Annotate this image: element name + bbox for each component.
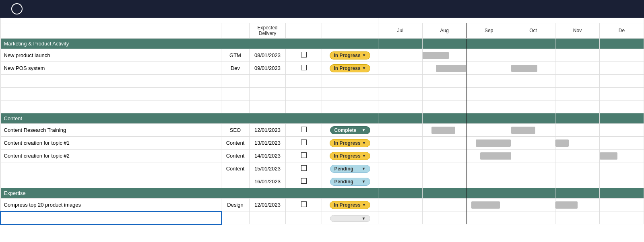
gantt-cell-col1 (423, 75, 467, 88)
status-cell-0-3[interactable] (322, 88, 378, 100)
gantt-cell-col2-1-3 (467, 162, 511, 175)
status-badge-pending[interactable]: Pending▼ (330, 178, 370, 186)
gantt-cell-col2-0-4 (467, 100, 511, 113)
task-cell-0-0: New product launch (0, 49, 221, 62)
dep-checkbox[interactable] (301, 165, 307, 171)
dep-cell-2-1[interactable] (286, 211, 322, 224)
dep-cell-0-3[interactable] (286, 88, 322, 100)
gantt-cell-col1 (423, 88, 467, 100)
status-cell-1-2[interactable]: In Progress▼ (322, 150, 378, 162)
status-badge-inprogress[interactable]: In Progress▼ (330, 139, 371, 147)
task-cell-1-3 (0, 162, 221, 175)
dep-cell-1-2[interactable] (286, 150, 322, 162)
gantt-cell-col3 (511, 124, 555, 137)
gantt-cell-col3 (511, 211, 555, 224)
gantt-cell-col4 (555, 150, 600, 162)
status-badge-inprogress[interactable]: In Progress▼ (330, 152, 371, 160)
owner-cell-2-0: Design (221, 199, 250, 211)
data-row-0-0: New product launch GTM 08/01/2023 In Pro… (0, 49, 644, 62)
owner-cell-1-4 (221, 175, 250, 188)
owner-cell-1-2: Content (221, 150, 250, 162)
gantt-cell-col5 (600, 175, 644, 188)
task-cell-2-1[interactable] (0, 211, 221, 224)
gantt-cell-col5 (600, 62, 644, 75)
gantt-cell-col4 (555, 175, 600, 188)
dep-cell-2-0[interactable] (286, 199, 322, 211)
data-row-0-3 (0, 88, 644, 100)
gantt-cell-col1 (423, 162, 467, 175)
status-badge-empty[interactable]: ▼ (330, 215, 370, 222)
gantt-cell-col2-0-3 (467, 88, 511, 100)
gantt-cell-col0 (378, 199, 423, 211)
header-logo (11, 3, 23, 14)
dep-cell-0-0[interactable] (286, 49, 322, 62)
data-row-2-0: Compress top 20 product images Design 12… (0, 199, 644, 211)
gantt-cell-col4 (555, 124, 600, 137)
task-cell-0-2 (0, 75, 221, 88)
gantt-cell-col1 (423, 49, 467, 62)
section-gantt-jul-1 (378, 113, 423, 124)
section-gantt-oct-1 (511, 113, 555, 124)
status-cell-0-1[interactable]: In Progress▼ (322, 62, 378, 75)
section-row-1: Content (0, 113, 644, 124)
gantt-cell-col0 (378, 175, 423, 188)
status-badge-pending[interactable]: Pending▼ (330, 165, 370, 173)
gantt-cell-col4 (555, 199, 600, 211)
delivery-cell-0-2 (250, 75, 286, 88)
gantt-cell-col0 (378, 150, 423, 162)
dep-checkbox[interactable] (301, 127, 307, 132)
gantt-cell-col4 (555, 162, 600, 175)
q4-header (511, 18, 644, 23)
section-gantt-dec-0 (600, 38, 644, 49)
status-cell-1-0[interactable]: Complete▼ (322, 124, 378, 137)
gantt-cell-col5 (600, 49, 644, 62)
section-gantt-aug-2 (423, 188, 467, 199)
status-cell-2-1[interactable]: ▼ (322, 211, 378, 224)
gantt-cell-col5 (600, 211, 644, 224)
dep-cell-1-3[interactable] (286, 162, 322, 175)
gantt-cell-col4 (555, 75, 600, 88)
delivery-cell-1-4: 16/01/2023 (250, 175, 286, 188)
gantt-cell-col2-1-0 (467, 124, 511, 137)
dep-cell-0-2[interactable] (286, 75, 322, 88)
owner-cell-1-3: Content (221, 162, 250, 175)
dep-checkbox[interactable] (301, 139, 307, 145)
task-cell-0-1: New POS system (0, 62, 221, 75)
data-row-1-0: Content Research Training SEO 12/01/2023… (0, 124, 644, 137)
status-badge-inprogress[interactable]: In Progress▼ (330, 64, 371, 72)
gantt-cell-col4 (555, 62, 600, 75)
dep-checkbox[interactable] (301, 52, 307, 57)
status-cell-0-4[interactable] (322, 100, 378, 113)
gantt-cell-col5 (600, 88, 644, 100)
app-header (0, 0, 644, 18)
q3-header (378, 18, 511, 23)
dep-cell-0-4[interactable] (286, 100, 322, 113)
col-owner (221, 23, 250, 39)
status-badge-complete[interactable]: Complete▼ (330, 126, 370, 134)
gantt-cell-col0 (378, 75, 423, 88)
status-cell-0-0[interactable]: In Progress▼ (322, 49, 378, 62)
task-cell-1-4 (0, 175, 221, 188)
dep-cell-0-1[interactable] (286, 62, 322, 75)
status-badge-inprogress[interactable]: In Progress▼ (330, 51, 371, 59)
dep-checkbox[interactable] (301, 65, 307, 70)
status-cell-1-1[interactable]: In Progress▼ (322, 137, 378, 150)
dep-checkbox[interactable] (301, 152, 307, 158)
status-cell-0-2[interactable] (322, 75, 378, 88)
status-cell-2-0[interactable]: In Progress▼ (322, 199, 378, 211)
gantt-cell-col2-2-1 (467, 211, 511, 224)
gantt-cell-col1 (423, 124, 467, 137)
dep-cell-1-1[interactable] (286, 137, 322, 150)
dep-cell-1-0[interactable] (286, 124, 322, 137)
col-sep: Sep (467, 23, 511, 39)
dep-cell-1-4[interactable] (286, 175, 322, 188)
gantt-cell-col0 (378, 100, 423, 113)
data-row-2-1: ▼ (0, 211, 644, 224)
status-cell-1-3[interactable]: Pending▼ (322, 162, 378, 175)
status-cell-1-4[interactable]: Pending▼ (322, 175, 378, 188)
status-badge-inprogress[interactable]: In Progress▼ (330, 201, 371, 209)
dep-checkbox[interactable] (301, 178, 307, 184)
gantt-cell-col2-1-4 (467, 175, 511, 188)
dep-checkbox[interactable] (301, 201, 307, 207)
delivery-cell-0-3 (250, 88, 286, 100)
